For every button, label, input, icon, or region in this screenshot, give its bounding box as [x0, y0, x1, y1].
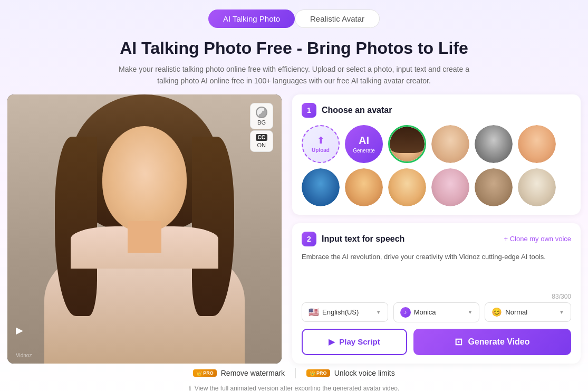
flag-icon: 🇺🇸 — [309, 307, 319, 317]
unlock-voice-feature: 👑PRO Unlock voice limits — [306, 369, 395, 377]
watermark: Vidnoz — [16, 352, 32, 358]
bottom-bar: 👑PRO Remove watermark 👑PRO Unlock voice … — [0, 364, 588, 383]
voice-icon: ♪ — [400, 307, 411, 318]
avatar-item-3[interactable] — [475, 125, 513, 163]
play-script-icon: ▶ — [329, 337, 335, 347]
mood-select[interactable]: 😊 Normal ▼ — [485, 302, 571, 322]
mood-icon: 😊 — [491, 307, 502, 317]
voice-label: Monica — [414, 308, 436, 316]
right-panel: 1 Choose an avatar ⬆ Upload AI Generate — [292, 94, 581, 364]
speech-text: Embrace the AI revolution, drive your cr… — [302, 252, 571, 291]
crown-icon-2: 👑 — [310, 370, 315, 376]
video-panel: BG CC ON ▶ Subtitles will be displayed h… — [7, 94, 282, 364]
avatar-item-8[interactable] — [431, 168, 469, 206]
tab-realistic-avatar[interactable]: Realistic Avatar — [295, 9, 380, 28]
face — [102, 126, 187, 232]
generate-video-label: Generate Video — [468, 337, 529, 347]
speech-section-header: 2 Input text for speech — [302, 232, 404, 246]
mood-label: Normal — [505, 308, 527, 316]
play-script-label: Play Script — [339, 337, 380, 346]
step-1-badge: 1 — [302, 103, 316, 118]
avatar-item-2[interactable] — [431, 125, 469, 163]
language-chevron-icon: ▼ — [376, 309, 381, 315]
play-indicator: ▶ — [16, 325, 23, 336]
info-bar: ℹ View the full animated version after e… — [0, 383, 588, 391]
avatar-upload-button[interactable]: ⬆ Upload — [302, 125, 340, 163]
tab-bar: AI Talking Photo Realistic Avatar — [0, 0, 588, 33]
page-title: AI Talking Photo Free - Bring Photos to … — [32, 39, 556, 58]
language-select[interactable]: 🇺🇸 English(US) ▼ — [302, 302, 388, 322]
play-script-button[interactable]: ▶ Play Script — [302, 329, 407, 355]
neck — [128, 221, 161, 253]
bg-icon — [256, 107, 267, 118]
avatar-section: 1 Choose an avatar ⬆ Upload AI Generate — [292, 94, 581, 215]
generate-label: Generate — [353, 148, 375, 154]
pro-badge-voice: 👑PRO — [306, 369, 330, 377]
ai-icon: AI — [359, 135, 369, 147]
hair-right — [192, 137, 234, 316]
avatar-item-6[interactable] — [345, 168, 383, 206]
cc-state: ON — [257, 142, 266, 148]
hair-left — [55, 137, 97, 316]
generate-video-icon: ⊡ — [455, 336, 462, 348]
page-header: AI Talking Photo Free - Bring Photos to … — [0, 33, 588, 94]
upload-label: Upload — [312, 147, 330, 153]
voice-chevron-icon: ▼ — [467, 309, 473, 315]
cc-button[interactable]: CC ON — [250, 130, 273, 152]
bg-label: BG — [257, 119, 266, 126]
bg-button[interactable]: BG — [250, 103, 273, 129]
generate-video-button[interactable]: ⊡ Generate Video — [413, 329, 571, 355]
pro-badge-watermark: 👑PRO — [193, 369, 217, 377]
page-description: Make your realistic talking photo online… — [110, 63, 479, 87]
remove-watermark-feature: 👑PRO Remove watermark — [193, 369, 285, 377]
crown-icon: 👑 — [196, 370, 202, 376]
step-2-badge: 2 — [302, 232, 316, 246]
mood-chevron-icon: ▼ — [559, 309, 564, 315]
avatar-item-4[interactable] — [518, 125, 556, 163]
speech-header: 2 Input text for speech + Clone my own v… — [302, 232, 571, 246]
info-text: View the full animated version after exp… — [195, 385, 400, 391]
avatar-item-10[interactable] — [518, 168, 556, 206]
upload-icon: ⬆ — [317, 135, 325, 146]
bottom-divider — [295, 368, 296, 378]
cc-icon: CC — [256, 134, 267, 141]
language-label: English(US) — [322, 308, 359, 316]
tab-ai-talking-photo[interactable]: AI Talking Photo — [208, 9, 295, 28]
controls-row: 🇺🇸 English(US) ▼ ♪ Monica ▼ 😊 Normal ▼ — [302, 302, 571, 322]
char-count: 83/300 — [302, 293, 571, 300]
video-container — [7, 94, 282, 364]
avatar-item-1[interactable] — [388, 125, 426, 163]
speech-section: 2 Input text for speech + Clone my own v… — [292, 223, 581, 364]
avatar-generate-button[interactable]: AI Generate — [345, 125, 383, 163]
avatar-item-7[interactable] — [388, 168, 426, 206]
speech-section-title: Input text for speech — [322, 234, 404, 244]
avatar-row-1: ⬆ Upload AI Generate — [302, 125, 571, 163]
clone-voice-button[interactable]: + Clone my own voice — [504, 235, 571, 243]
avatar-item-9[interactable] — [475, 168, 513, 206]
avatar-grid: ⬆ Upload AI Generate — [302, 125, 571, 206]
avatar-section-header: 1 Choose an avatar — [302, 103, 571, 118]
avatar-section-title: Choose an avatar — [322, 106, 392, 115]
action-buttons: ▶ Play Script ⊡ Generate Video — [302, 329, 571, 355]
main-layout: BG CC ON ▶ Subtitles will be displayed h… — [0, 94, 588, 364]
info-icon: ℹ — [189, 385, 191, 391]
remove-watermark-label: Remove watermark — [221, 369, 285, 377]
voice-select[interactable]: ♪ Monica ▼ — [393, 302, 480, 322]
avatar-row-2 — [302, 168, 571, 206]
avatar-item-5[interactable] — [302, 168, 340, 206]
unlock-voice-label: Unlock voice limits — [334, 369, 395, 377]
